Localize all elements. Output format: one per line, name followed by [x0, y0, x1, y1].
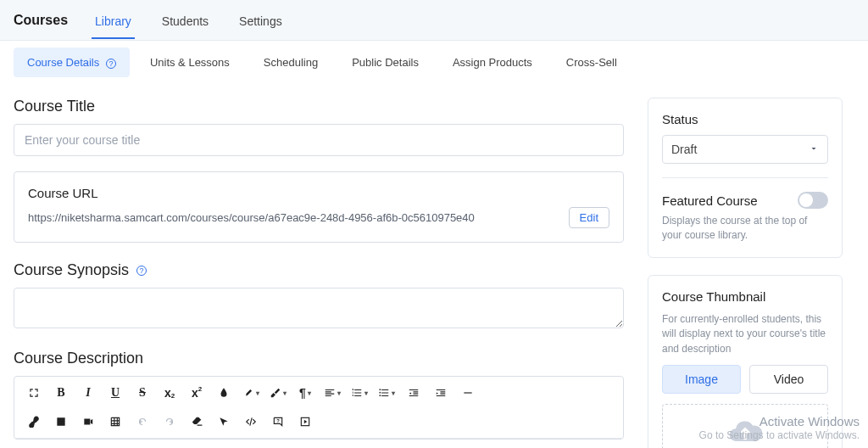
main-content: Course Title Course URL https://niketsha… [0, 77, 868, 448]
top-bar: Courses Library Students Settings [0, 0, 868, 41]
status-select[interactable]: Draft [662, 135, 828, 164]
top-nav: Library Students Settings [92, 3, 286, 38]
subtab-public-details[interactable]: Public Details [338, 48, 432, 77]
paragraph-icon[interactable]: ¶▾ [292, 382, 318, 404]
course-url-value: https://niketsharma.samcart.com/courses/… [28, 211, 562, 224]
thumbnail-tabs: Image Video [662, 365, 828, 394]
table-icon[interactable] [103, 411, 128, 433]
align-icon[interactable]: ▾ [320, 382, 345, 404]
status-label: Status [662, 112, 828, 126]
undo-icon[interactable] [130, 411, 155, 433]
image-icon[interactable] [48, 411, 74, 433]
thumbnail-desc: For currently-enrolled students, this wi… [662, 312, 828, 356]
bold-icon[interactable]: B [48, 382, 74, 404]
subtab-cross-sell[interactable]: Cross-Sell [553, 48, 631, 77]
select-icon[interactable] [211, 411, 236, 433]
featured-label: Featured Course [662, 193, 758, 208]
highlight-icon[interactable]: ▾ [265, 382, 291, 404]
link-icon[interactable] [21, 411, 47, 433]
subtab-units-lessons[interactable]: Units & Lessons [136, 48, 243, 77]
underline-icon[interactable]: U [103, 382, 128, 404]
video-icon[interactable] [75, 411, 101, 433]
tab-library[interactable]: Library [92, 3, 135, 38]
course-synopsis-input[interactable] [14, 288, 624, 328]
thumbnail-card: Course Thumbnail For currently-enrolled … [648, 275, 843, 448]
help-icon[interactable]: ? [136, 266, 147, 276]
fullscreen-icon[interactable] [21, 382, 47, 404]
thumbnail-tab-image[interactable]: Image [662, 365, 741, 394]
left-column: Course Title Course URL https://niketsha… [14, 98, 624, 448]
subscript-icon[interactable]: x2 [157, 382, 182, 404]
course-url-label: Course URL [28, 186, 609, 200]
right-column: Status Draft Featured Course Displays th… [648, 98, 843, 448]
subtab-course-details[interactable]: Course Details ? [14, 48, 130, 77]
course-title-label: Course Title [14, 98, 624, 115]
sub-nav: Course Details ? Units & Lessons Schedul… [0, 41, 868, 77]
featured-desc: Displays the course at the top of your c… [662, 214, 828, 244]
italic-icon[interactable]: I [75, 382, 101, 404]
strikethrough-icon[interactable]: S [130, 382, 155, 404]
tab-settings[interactable]: Settings [236, 3, 286, 38]
code-view-icon[interactable] [238, 411, 264, 433]
unordered-list-icon[interactable]: ▾ [374, 382, 399, 404]
featured-toggle[interactable] [798, 192, 828, 209]
redo-icon[interactable] [157, 411, 182, 433]
course-title-input[interactable] [14, 124, 624, 156]
status-card: Status Draft Featured Course Displays th… [648, 98, 843, 258]
svg-text:?: ? [276, 418, 280, 423]
status-value: Draft [671, 143, 697, 156]
help-tool-icon[interactable]: ? [265, 411, 291, 433]
upload-icon [726, 413, 764, 448]
subtab-scheduling[interactable]: Scheduling [250, 48, 331, 77]
thumbnail-dropzone[interactable] [662, 404, 828, 448]
text-color-icon[interactable] [211, 382, 236, 404]
indent-icon[interactable] [428, 382, 453, 404]
superscript-icon[interactable]: x2 [184, 382, 209, 404]
subtab-label: Course Details [27, 56, 99, 69]
tab-students[interactable]: Students [159, 3, 212, 38]
help-icon[interactable]: ? [106, 59, 116, 69]
rich-text-editor: B I U S x2 x2 ▾ ▾ ¶▾ ▾ ▾ ▾ [14, 376, 624, 440]
chevron-down-icon [809, 143, 819, 156]
brand-title: Courses [14, 13, 68, 28]
editor-toolbar: B I U S x2 x2 ▾ ▾ ¶▾ ▾ ▾ ▾ [14, 377, 623, 439]
edit-url-button[interactable]: Edit [569, 207, 609, 228]
thumbnail-label: Course Thumbnail [662, 289, 828, 304]
course-url-box: Course URL https://niketsharma.samcart.c… [14, 171, 624, 243]
eraser-icon[interactable] [184, 411, 209, 433]
paint-icon[interactable]: ▾ [238, 382, 264, 404]
play-icon[interactable] [292, 411, 318, 433]
course-description-label: Course Description [14, 350, 624, 367]
subtab-assign-products[interactable]: Assign Products [439, 48, 546, 77]
thumbnail-tab-video[interactable]: Video [749, 365, 828, 394]
horizontal-rule-icon[interactable] [455, 382, 481, 404]
ordered-list-icon[interactable]: ▾ [347, 382, 372, 404]
svg-rect-0 [464, 392, 471, 393]
course-synopsis-label: Course Synopsis ? [14, 261, 624, 279]
outdent-icon[interactable] [401, 382, 426, 404]
